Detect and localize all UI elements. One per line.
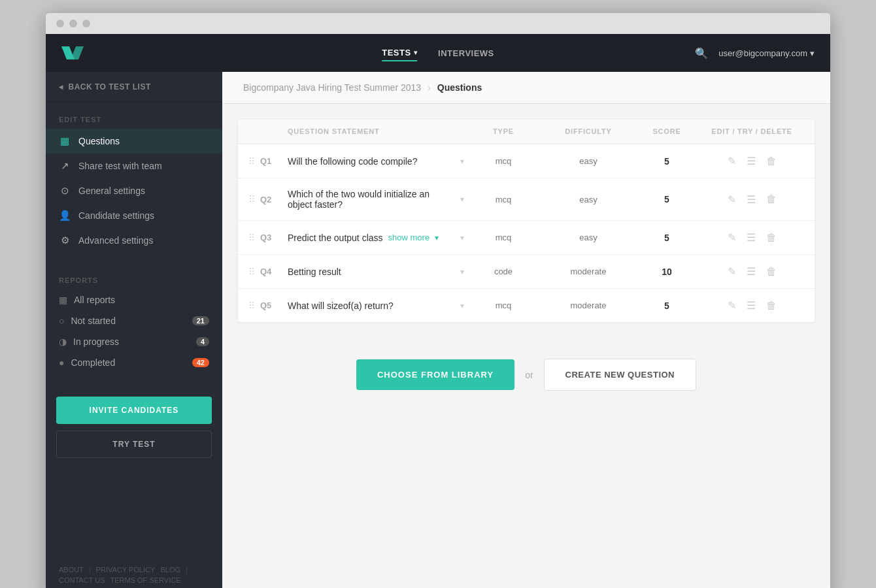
browser-dot-1 (56, 20, 64, 27)
try-icon[interactable]: ☰ (747, 265, 756, 278)
back-label: BACK TO TEST LIST (69, 82, 151, 91)
table-row: ⠿ Q2 Which of the two would initialize a… (238, 178, 815, 221)
search-icon[interactable]: 🔍 (695, 47, 708, 59)
advanced-icon: ⚙ (59, 235, 71, 246)
edit-icon[interactable]: ✎ (728, 299, 736, 312)
report-not-started[interactable]: ○ Not started 21 (46, 310, 222, 331)
try-icon[interactable]: ☰ (747, 193, 756, 206)
question-actions-cell: ✎ ☰ 🗑 (699, 193, 804, 206)
logo (61, 45, 85, 61)
col-header-score: SCORE (634, 127, 699, 135)
question-difficulty: moderate (571, 267, 607, 276)
sidebar-item-label: Questions (78, 136, 120, 146)
breadcrumb-parent[interactable]: Bigcompany Java Hiring Test Summer 2013 (243, 82, 421, 93)
delete-icon[interactable]: 🗑 (766, 266, 777, 278)
col-header-actions: EDIT / TRY / DELETE (699, 127, 804, 135)
question-score-cell: 5 (634, 156, 699, 167)
choose-from-library-button[interactable]: CHOOSE FROM LIBRARY (356, 359, 514, 390)
completed-icon: ● (59, 357, 64, 368)
or-separator: or (525, 370, 533, 380)
main-layout: ◂ BACK TO TEST LIST EDIT TEST ▦ Question… (46, 72, 830, 588)
sidebar-item-advanced[interactable]: ⚙ Advanced settings (46, 228, 222, 253)
delete-icon[interactable]: 🗑 (766, 300, 777, 312)
try-icon[interactable]: ☰ (747, 299, 756, 312)
drag-handle-icon[interactable]: ⠿ (248, 156, 255, 167)
blog-link[interactable]: BLOG (160, 566, 180, 574)
sidebar: ◂ BACK TO TEST LIST EDIT TEST ▦ Question… (46, 72, 222, 588)
question-number-cell: ⠿ Q1 (248, 156, 288, 167)
create-new-question-button[interactable]: CREATE NEW QUESTION (544, 359, 696, 391)
try-icon[interactable]: ☰ (747, 231, 756, 244)
try-icon[interactable]: ☰ (747, 155, 756, 167)
question-type-cell: mcq (464, 301, 543, 310)
top-nav: TESTS ▾ INTERVIEWS 🔍 user@bigcompany.com… (46, 34, 830, 72)
question-difficulty: moderate (571, 301, 607, 310)
question-statement-cell: Which of the two would initialize an obj… (288, 189, 464, 210)
nav-tests[interactable]: TESTS ▾ (382, 45, 417, 61)
question-statement-cell: Betting result ▾ (288, 267, 464, 277)
about-link[interactable]: ABOUT (59, 566, 84, 574)
question-score: 5 (664, 194, 669, 204)
browser-dot-2 (69, 20, 77, 27)
report-completed[interactable]: ● Completed 42 (46, 352, 222, 373)
edit-icon[interactable]: ✎ (728, 155, 736, 167)
sidebar-item-questions[interactable]: ▦ Questions (46, 129, 222, 154)
delete-icon[interactable]: 🗑 (766, 193, 777, 205)
nav-interviews[interactable]: INTERVIEWS (438, 46, 494, 61)
breadcrumb-separator: › (428, 82, 431, 93)
sidebar-item-label: General settings (78, 186, 145, 196)
delete-icon[interactable]: 🗑 (766, 155, 777, 167)
report-in-progress[interactable]: ◑ In progress 4 (46, 331, 222, 352)
edit-icon[interactable]: ✎ (728, 193, 736, 206)
reports-section: REPORTS ▦ All reports ○ Not started 21 ◑… (46, 263, 222, 373)
try-test-button[interactable]: TRY TEST (56, 431, 212, 458)
back-arrow-icon: ◂ (59, 82, 63, 91)
question-score: 5 (664, 156, 669, 167)
question-difficulty: easy (579, 233, 597, 242)
question-number: Q3 (260, 233, 271, 242)
question-type-cell: mcq (464, 233, 543, 242)
sidebar-item-general[interactable]: ⊙ General settings (46, 178, 222, 203)
questions-icon: ▦ (59, 135, 71, 147)
question-actions-cell: ✎ ☰ 🗑 (699, 265, 804, 278)
chevron-down-icon: ▾ (810, 48, 815, 58)
question-type: mcq (496, 156, 512, 166)
sidebar-item-label: Candidate settings (78, 210, 154, 221)
question-actions-cell: ✎ ☰ 🗑 (699, 299, 804, 312)
sidebar-item-share[interactable]: ↗ Share test with team (46, 154, 222, 178)
back-to-list-button[interactable]: ◂ BACK TO TEST LIST (46, 72, 222, 103)
drag-handle-icon[interactable]: ⠿ (248, 267, 255, 277)
privacy-link[interactable]: PRIVACY POLICY (96, 566, 156, 574)
show-more-link[interactable]: show more (388, 233, 430, 242)
questions-panel: QUESTION STATEMENT TYPE DIFFICULTY SCORE… (238, 120, 815, 322)
question-difficulty-cell: easy (543, 156, 634, 166)
edit-icon[interactable]: ✎ (728, 231, 736, 244)
question-difficulty-cell: moderate (543, 267, 634, 276)
col-header-difficulty: DIFFICULTY (543, 127, 634, 135)
question-type: mcq (496, 195, 512, 204)
question-statement-cell: What will sizeof(a) return? ▾ (288, 301, 464, 311)
user-menu[interactable]: user@bigcompany.com ▾ (718, 48, 815, 58)
bottom-actions: CHOOSE FROM LIBRARY or CREATE NEW QUESTI… (222, 338, 830, 412)
drag-handle-icon[interactable]: ⠿ (248, 233, 255, 243)
drag-handle-icon[interactable]: ⠿ (248, 301, 255, 311)
breadcrumb-current: Questions (437, 82, 482, 93)
chevron-down-icon: ▾ (414, 49, 418, 56)
sidebar-item-candidate[interactable]: 👤 Candidate settings (46, 203, 222, 228)
question-score: 5 (664, 301, 669, 311)
drag-handle-icon[interactable]: ⠿ (248, 194, 255, 204)
terms-link[interactable]: TERMS OF SERVICE (110, 576, 181, 584)
browser-dot-3 (82, 20, 90, 27)
edit-icon[interactable]: ✎ (728, 265, 736, 278)
not-started-badge: 21 (192, 316, 209, 325)
question-type-cell: code (464, 267, 543, 276)
contact-link[interactable]: CONTACT US (59, 576, 105, 584)
invite-candidates-button[interactable]: INVITE CANDIDATES (56, 397, 212, 424)
report-all[interactable]: ▦ All reports (46, 289, 222, 310)
delete-icon[interactable]: 🗑 (766, 232, 777, 244)
not-started-icon: ○ (59, 316, 64, 326)
report-label: Not started (71, 316, 115, 326)
question-text: Predict the output class (288, 233, 383, 243)
question-actions-cell: ✎ ☰ 🗑 (699, 231, 804, 244)
sidebar-buttons: INVITE CANDIDATES TRY TEST (46, 384, 222, 458)
